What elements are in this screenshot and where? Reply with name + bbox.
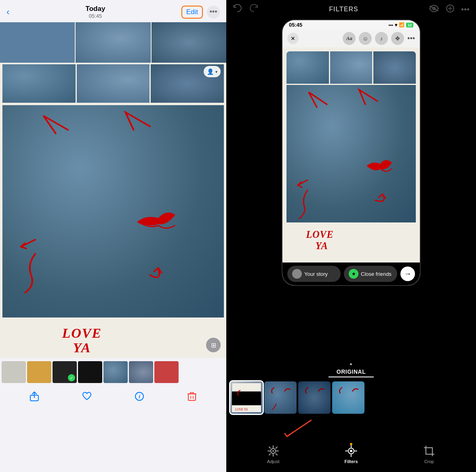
phone-status-right: ••• ▾ 📶 12 [388,22,413,28]
strip-cell-1 [0,22,75,63]
phone-app-tools: Aa ☺ ♪ ✥ ••• [343,32,415,45]
close-friends-label: Close friends [361,271,392,277]
share-arrow-button[interactable]: → [400,267,415,281]
svg-point-18 [350,450,352,452]
story-avatar [292,269,302,279]
svg-point-16 [272,450,274,452]
svg-rect-12 [232,392,261,405]
arrow-annotation-area [226,416,476,440]
polaroid-bottom-text: LOVE YA [2,317,224,358]
phone-mockup: 05:45 ••• ▾ 📶 12 ✕ Aa ☺ ♪ ✥ ••• [282,20,420,285]
filter-name: ORIGINAL [329,363,374,377]
your-story-button[interactable]: Your story [287,266,341,282]
filter-tabs: ORIGINAL [226,361,476,379]
phone-content: LOVE YA [282,47,420,262]
heart-button[interactable] [82,391,92,404]
love-ya-text: LOVE YA [13,320,213,356]
header-right: Edit ••• [181,6,220,19]
film-frame-1-bg: LOVE YA [230,381,263,414]
header-title: Today [86,5,105,13]
phone-love-ya-text: LOVE YA [291,226,411,252]
info-button[interactable]: i [134,391,145,404]
phone-status-bar: 05:45 ••• ▾ 📶 12 [282,20,420,30]
phone-sticker-tool[interactable]: ☺ [359,32,372,45]
redo-button[interactable] [249,3,259,15]
filters-icon [345,444,358,457]
phone-close-button[interactable]: ✕ [287,33,299,44]
svg-rect-19 [426,448,432,454]
film-frame-4-bg [332,381,364,414]
film-frame-2-bg [264,381,297,414]
strip-cell-2 [76,22,150,63]
original-filter-tab[interactable]: ORIGINAL [329,367,374,377]
inner-cell-2 [77,64,150,103]
right-top-left [233,3,259,15]
inner-top-strip [2,64,224,103]
phone-top-cell-3 [373,51,416,84]
hide-button[interactable] [429,5,439,14]
chevron-icon: ▾ [215,70,217,74]
film-frame-1[interactable]: LOVE YA [230,381,263,414]
strip-cell-3 [152,22,226,63]
delete-icon [187,391,197,402]
filter-dot [350,363,352,365]
expand-button[interactable]: ⊞ [206,338,221,352]
phone-drawings-svg [286,85,416,222]
phone-text-tool[interactable]: Aa [343,32,356,45]
undo-button[interactable] [233,3,242,15]
avatar-badge[interactable]: 👤 ▾ [204,66,221,77]
svg-text:LOVE: LOVE [62,326,102,341]
share-bar: Your story ★ Close friends → [282,262,420,285]
indicator-dot [350,443,352,445]
left-header: ‹ Today 05:45 Edit ••• [0,0,226,22]
delete-button[interactable] [187,391,197,404]
right-top-title: FILTERS [259,6,429,13]
dots-icon: ••• [388,23,393,28]
svg-text:YA: YA [316,240,328,251]
phone-more-tool[interactable]: ••• [407,34,415,43]
left-panel: ‹ Today 05:45 Edit ••• 👤 ▾ [0,0,226,472]
more-button[interactable]: ••• [207,6,220,19]
photo-strip-top [0,22,226,63]
phone-main-photo [286,85,416,222]
thumbnail-3[interactable]: ✓ [53,361,77,383]
film-frame-2[interactable] [264,381,297,414]
avatar-icon: 👤 [207,68,214,75]
adjust-tool[interactable]: Adjust [267,444,280,464]
crop-label: Crop [424,459,434,464]
thumbnail-7[interactable] [154,361,179,383]
thumbnail-6[interactable] [129,361,153,383]
share-icon [29,391,40,402]
heart-icon [82,391,92,402]
wifi-icon: ▾ [395,22,397,28]
thumbnail-2[interactable] [27,361,51,383]
right-bottom-bar: Adjust Filters [226,440,476,472]
close-friends-button[interactable]: ★ Close friends [344,266,397,282]
more-icon: ••• [210,8,217,16]
phone-app-bar: ✕ Aa ☺ ♪ ✥ ••• [282,30,420,47]
phone-content-wrapper: LOVE YA [286,51,416,258]
phone-move-tool[interactable]: ✥ [391,32,404,45]
filters-tool[interactable]: Filters [344,444,358,464]
main-photo: LOVE YA ⊞ [0,63,226,358]
share-button[interactable] [29,391,40,404]
edit-button[interactable]: Edit [181,6,203,19]
thumbnail-4[interactable] [78,361,102,383]
filters-label: Filters [344,459,358,464]
film-frame-3[interactable] [298,381,331,414]
draw-button[interactable] [446,4,455,15]
signal-bars: 📶 [399,22,404,28]
thumbnail-1[interactable] [2,361,26,383]
back-button[interactable]: ‹ [6,7,9,17]
phone-top-cell-1 [286,51,329,84]
more-options-button[interactable]: ••• [461,5,470,14]
film-frame-4[interactable] [332,381,364,414]
right-panel: FILTERS ••• [226,0,476,472]
phone-music-tool[interactable]: ♪ [375,32,388,45]
header-subtitle: 05:45 [86,13,105,19]
selected-badge: ✓ [68,374,75,381]
drawings-svg [2,105,224,317]
thumbnail-5[interactable] [103,361,128,383]
crop-tool[interactable]: Crop [423,444,436,464]
expand-icon: ⊞ [211,341,216,349]
